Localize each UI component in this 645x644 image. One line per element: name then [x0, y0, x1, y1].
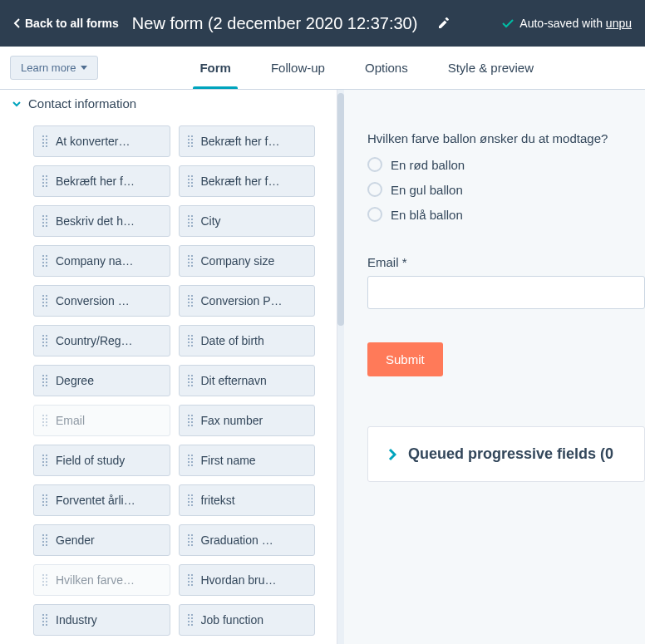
tabs: Form Follow-up Options Style & preview [98, 47, 635, 88]
drag-handle-icon [42, 255, 49, 267]
field-item[interactable]: Graduation … [179, 524, 316, 556]
field-item[interactable]: Date of birth [179, 325, 316, 356]
tab-options[interactable]: Options [365, 47, 408, 88]
scrollbar[interactable] [337, 90, 344, 644]
radio-option[interactable]: En rød ballon [367, 157, 645, 172]
field-label: Job function [201, 613, 264, 627]
field-item[interactable]: At konverter… [33, 125, 170, 157]
field-item[interactable]: Beskriv det h… [33, 205, 170, 237]
drag-handle-icon [188, 295, 194, 307]
tab-style[interactable]: Style & preview [448, 47, 534, 88]
field-item[interactable]: fritekst [179, 484, 316, 516]
drag-handle-icon [188, 215, 194, 227]
field-label: At konverter… [56, 135, 130, 148]
drag-handle-icon [42, 574, 49, 586]
field-label: Company na… [56, 254, 133, 268]
field-item[interactable]: Job function [179, 604, 316, 636]
radio-option[interactable]: En blå ballon [367, 207, 645, 222]
radio-icon [367, 207, 382, 222]
drag-handle-icon [188, 375, 194, 386]
drag-handle-icon [188, 415, 194, 426]
chevron-right-icon [388, 448, 396, 461]
field-label: Company size [201, 254, 275, 268]
drag-handle-icon [188, 175, 194, 187]
field-item[interactable]: Dit efternavn [179, 365, 316, 396]
drag-handle-icon [42, 175, 49, 187]
queued-title: Queued progressive fields (0 [408, 445, 613, 463]
drag-handle-icon [188, 455, 194, 466]
field-label: First name [201, 454, 256, 467]
autosave-link[interactable]: unpu [606, 17, 632, 30]
field-item[interactable]: Fax number [179, 405, 316, 436]
field-item[interactable]: Bekræft her f… [179, 125, 316, 157]
section-contact-info[interactable]: Contact information [0, 90, 337, 117]
field-label: Graduation … [201, 533, 273, 547]
field-label: Forventet årli… [56, 494, 135, 507]
learn-more-button[interactable]: Learn more [10, 56, 98, 80]
field-item[interactable]: Degree [33, 365, 170, 396]
field-item[interactable]: City [179, 205, 316, 237]
drag-handle-icon [188, 534, 194, 546]
radio-icon [367, 157, 382, 172]
question-label: Hvilken farve ballon ønsker du at modtag… [367, 131, 645, 145]
field-item[interactable]: Hvilken farve… [33, 564, 170, 596]
drag-handle-icon [42, 375, 49, 386]
field-label: City [201, 214, 221, 228]
form-preview-panel: Hvilken farve ballon ønsker du at modtag… [344, 90, 645, 644]
field-label: Email [56, 414, 85, 427]
back-to-forms-link[interactable]: Back to all forms [13, 17, 119, 30]
email-label: Email * [367, 255, 645, 269]
field-label: Hvordan bru… [201, 573, 277, 587]
tab-form[interactable]: Form [199, 47, 231, 88]
field-label: Bekræft her f… [56, 175, 135, 188]
subheader: Learn more Form Follow-up Options Style … [0, 47, 645, 90]
drag-handle-icon [42, 415, 49, 426]
app-header: Back to all forms New form (2 december 2… [0, 0, 645, 47]
field-label: Industry [56, 613, 97, 627]
drag-handle-icon [42, 295, 49, 307]
field-item[interactable]: Company na… [33, 245, 170, 277]
drag-handle-icon [188, 135, 194, 147]
field-label: Fax number [201, 414, 263, 427]
field-label: Conversion P… [201, 294, 283, 307]
field-item[interactable]: Hvordan bru… [179, 564, 316, 596]
field-item[interactable]: Country/Reg… [33, 325, 170, 356]
drag-handle-icon [188, 614, 194, 626]
email-field[interactable] [367, 276, 645, 309]
field-label: Degree [56, 374, 94, 387]
field-item[interactable]: First name [179, 445, 316, 476]
field-item[interactable]: Forventet årli… [33, 484, 170, 516]
queued-fields-card[interactable]: Queued progressive fields (0 [367, 426, 645, 482]
caret-down-icon [81, 66, 87, 70]
drag-handle-icon [42, 455, 49, 466]
field-label: Bekræft her f… [201, 175, 280, 188]
pencil-icon[interactable] [437, 17, 451, 30]
field-label: Beskriv det h… [56, 214, 135, 228]
radio-option[interactable]: En gul ballon [367, 182, 645, 197]
field-item[interactable]: Conversion P… [179, 285, 316, 317]
submit-button[interactable]: Submit [367, 342, 443, 376]
radio-group: En rød ballonEn gul ballonEn blå ballon [367, 157, 645, 222]
field-item[interactable]: Bekræft her f… [33, 165, 170, 197]
drag-handle-icon [42, 534, 49, 546]
field-item[interactable]: Gender [33, 524, 170, 556]
field-label: Conversion … [56, 294, 130, 307]
field-label: Hvilken farve… [56, 573, 135, 587]
drag-handle-icon [42, 335, 49, 347]
field-item[interactable]: Bekræft her f… [179, 165, 316, 197]
drag-handle-icon [188, 335, 194, 347]
field-item[interactable]: Field of study [33, 445, 170, 476]
drag-handle-icon [42, 614, 49, 626]
field-item[interactable]: Conversion … [33, 285, 170, 317]
check-icon [501, 17, 515, 30]
field-item[interactable]: Industry [33, 604, 170, 636]
field-item[interactable]: Company size [179, 245, 316, 277]
radio-icon [367, 182, 382, 197]
field-label: Field of study [56, 454, 125, 467]
chevron-down-icon [12, 99, 22, 109]
tab-followup[interactable]: Follow-up [271, 47, 325, 88]
field-label: Dit efternavn [201, 374, 267, 387]
field-label: fritekst [201, 494, 235, 507]
drag-handle-icon [188, 494, 194, 506]
field-item[interactable]: Email [33, 405, 170, 436]
